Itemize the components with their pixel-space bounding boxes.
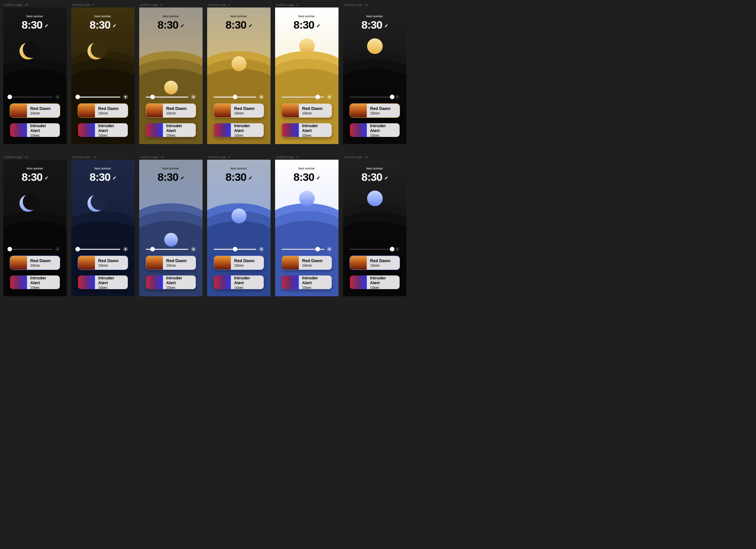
device-frame: Next sunrise:8:30Red Dawn10minIntruder A… — [343, 7, 406, 144]
preset-title: Red Dawn — [30, 106, 57, 111]
preset-intruder-alert-button[interactable]: Intruder Alert10sec — [78, 123, 128, 137]
preset-red-dawn-button[interactable]: Red Dawn10min — [350, 103, 400, 118]
brightness-slider[interactable] — [214, 94, 264, 100]
preset-red-dawn-button[interactable]: Red Dawn10min — [214, 256, 264, 270]
preset-intruder-alert-button[interactable]: Intruder Alert10sec — [350, 275, 400, 289]
svg-line-70 — [124, 250, 124, 250]
svg-line-32 — [260, 95, 260, 96]
preset-intruder-alert-button[interactable]: Intruder Alert10sec — [214, 275, 264, 289]
svg-point-9 — [125, 96, 126, 98]
preset-title: Red Dawn — [30, 258, 57, 263]
svg-point-45 — [396, 96, 398, 98]
slider-thumb[interactable] — [7, 247, 12, 251]
edit-icon[interactable] — [113, 23, 116, 27]
preset-red-dawn-button[interactable]: Red Dawn10min — [78, 256, 128, 270]
sunrise-label: Next sunrise: — [71, 167, 135, 170]
preset-red-dawn-button[interactable]: Red Dawn10min — [282, 256, 332, 270]
edit-icon[interactable] — [248, 23, 252, 27]
svg-line-7 — [56, 98, 56, 98]
slider-thumb[interactable] — [315, 95, 320, 99]
slider-thumb[interactable] — [75, 95, 80, 99]
preset-swatch — [350, 256, 367, 270]
slider-thumb[interactable] — [150, 247, 155, 251]
frame-label: Android Large - 20 — [343, 3, 406, 7]
preset-intruder-alert-button[interactable]: Intruder Alert10sec — [282, 275, 332, 289]
edit-icon[interactable] — [248, 175, 252, 179]
brightness-slider[interactable] — [282, 94, 332, 100]
preset-subtitle: 10min — [98, 263, 125, 267]
brightness-slider[interactable] — [78, 247, 128, 252]
frame-label: Android Large - 19 — [343, 155, 406, 159]
edit-icon[interactable] — [113, 175, 116, 179]
slider-thumb[interactable] — [233, 247, 237, 251]
slider-thumb[interactable] — [7, 95, 12, 99]
time-display: 8:30 — [21, 171, 42, 183]
svg-line-33 — [262, 98, 263, 98]
svg-line-78 — [194, 250, 195, 250]
preset-red-dawn-button[interactable]: Red Dawn10min — [282, 103, 332, 118]
preset-red-dawn-button[interactable]: Red Dawn10min — [78, 103, 128, 118]
edit-icon[interactable] — [45, 23, 48, 27]
brightness-icon — [123, 94, 128, 100]
brightness-slider[interactable] — [214, 247, 264, 252]
preset-intruder-alert-button[interactable]: Intruder Alert10sec — [350, 123, 400, 137]
preset-intruder-alert-button[interactable]: Intruder Alert10sec — [214, 123, 264, 137]
preset-red-dawn-button[interactable]: Red Dawn10min — [10, 103, 60, 118]
slider-thumb[interactable] — [150, 95, 155, 99]
preset-red-dawn-button[interactable]: Red Dawn10min — [10, 256, 60, 270]
device-frame: Next sunrise:8:30Red Dawn10minIntruder A… — [275, 160, 338, 296]
edit-icon[interactable] — [384, 175, 388, 179]
slider-thumb[interactable] — [390, 247, 394, 251]
device-frame: Next sunrise:8:30Red Dawn10minIntruder A… — [275, 7, 338, 144]
preset-red-dawn-button[interactable]: Red Dawn10min — [350, 256, 400, 270]
preset-subtitle: 10min — [370, 111, 396, 115]
edit-icon[interactable] — [384, 23, 388, 27]
preset-intruder-alert-button[interactable]: Intruder Alert10sec — [10, 275, 60, 289]
time-display: 8:30 — [225, 171, 246, 183]
preset-red-dawn-button[interactable]: Red Dawn10min — [146, 256, 196, 270]
brightness-slider[interactable] — [282, 247, 332, 252]
preset-red-dawn-button[interactable]: Red Dawn10min — [214, 103, 264, 118]
svg-line-69 — [126, 250, 127, 250]
brightness-slider[interactable] — [146, 94, 196, 100]
preset-intruder-alert-button[interactable]: Intruder Alert10sec — [78, 275, 128, 289]
brightness-slider[interactable] — [350, 94, 400, 100]
brightness-slider[interactable] — [78, 94, 128, 100]
preset-swatch — [350, 275, 367, 289]
moon-icon — [87, 195, 104, 212]
svg-line-61 — [56, 250, 56, 250]
slider-thumb[interactable] — [390, 95, 394, 99]
sunrise-label: Next sunrise: — [71, 15, 135, 18]
preset-intruder-alert-button[interactable]: Intruder Alert10sec — [146, 275, 196, 289]
time-display: 8:30 — [293, 19, 314, 31]
brightness-slider[interactable] — [146, 247, 196, 252]
preset-intruder-alert-button[interactable]: Intruder Alert10sec — [10, 123, 60, 137]
preset-intruder-alert-button[interactable]: Intruder Alert10sec — [282, 123, 332, 137]
preset-title: Red Dawn — [98, 106, 125, 111]
frame-label: Android Large - 8 — [207, 155, 271, 159]
edit-icon[interactable] — [45, 175, 48, 179]
brightness-slider[interactable] — [10, 247, 60, 252]
svg-line-14 — [124, 95, 124, 96]
time-display: 8:30 — [361, 19, 382, 31]
preset-title: Red Dawn — [302, 106, 328, 111]
slider-thumb[interactable] — [315, 247, 320, 251]
edit-icon[interactable] — [316, 23, 320, 27]
brightness-slider[interactable] — [350, 247, 400, 252]
edit-icon[interactable] — [180, 175, 184, 179]
preset-title: Intruder Alert — [30, 123, 57, 133]
svg-point-99 — [396, 248, 398, 250]
edit-icon[interactable] — [316, 175, 320, 179]
frame-label: Android Large - 22 — [3, 155, 67, 159]
slider-thumb[interactable] — [75, 247, 80, 251]
brightness-slider[interactable] — [10, 94, 60, 100]
preset-title: Intruder Alert — [370, 275, 396, 285]
edit-icon[interactable] — [180, 23, 184, 27]
device-frame: Next sunrise:8:30Red Dawn10minIntruder A… — [207, 160, 271, 296]
preset-red-dawn-button[interactable]: Red Dawn10min — [146, 103, 196, 118]
preset-intruder-alert-button[interactable]: Intruder Alert10sec — [146, 123, 196, 137]
sunrise-label: Next sunrise: — [3, 167, 67, 170]
slider-thumb[interactable] — [233, 95, 237, 99]
time-display: 8:30 — [361, 171, 382, 183]
preset-title: Intruder Alert — [302, 123, 328, 133]
